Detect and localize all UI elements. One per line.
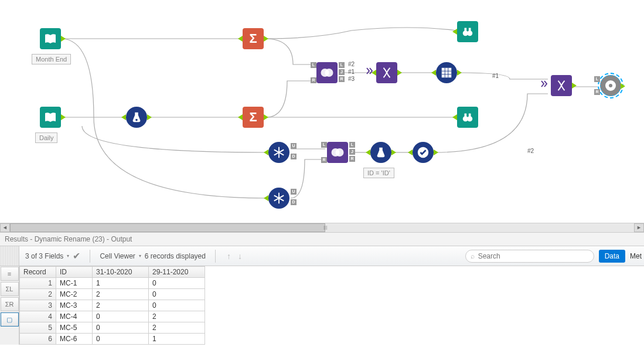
scroll-left-button[interactable]: ◄ xyxy=(0,223,10,232)
join-tool-2[interactable] xyxy=(327,142,348,163)
snowflake-icon xyxy=(272,192,285,205)
table-row[interactable]: 4MC-402 xyxy=(20,311,205,322)
table-row[interactable]: 2MC-220 xyxy=(20,289,205,300)
cell-viewer-dropdown[interactable]: ▾ xyxy=(139,253,141,259)
dynamic-rename-tool-2[interactable] xyxy=(551,75,572,96)
snowflake-icon xyxy=(272,146,285,159)
side-icon-output[interactable]: ▢ xyxy=(1,312,19,327)
join-icon xyxy=(329,144,346,161)
crosstab-tool[interactable] xyxy=(436,62,457,83)
table-row[interactable]: 6MC-601 xyxy=(20,334,205,345)
dna-icon xyxy=(555,79,568,92)
scroll-right-button[interactable]: ► xyxy=(634,223,644,232)
saw-blade-icon xyxy=(604,79,618,93)
browse-tool-2[interactable] xyxy=(457,107,478,128)
cell-record: 4 xyxy=(20,311,56,322)
results-toolbar: 3 of 3 Fields ▾ ✔ Cell Viewer ▾ 6 record… xyxy=(0,246,644,266)
summarize-tool-2[interactable]: Σ xyxy=(243,107,264,128)
unique-tool-2[interactable] xyxy=(268,188,289,209)
fields-count-label: 3 of 3 Fields xyxy=(25,252,63,260)
svg-rect-6 xyxy=(465,28,467,32)
cell-date1: 2 xyxy=(93,300,149,311)
fields-apply-check[interactable]: ✔ xyxy=(73,250,80,261)
connector-lines xyxy=(0,0,644,223)
svg-rect-10 xyxy=(465,114,467,117)
toolbar-divider xyxy=(90,250,90,263)
scroll-track[interactable]: ||| xyxy=(10,223,634,232)
join1-anchor-j-label: #1 xyxy=(348,69,355,75)
svg-point-16 xyxy=(609,84,612,87)
cell-record: 1 xyxy=(20,278,56,289)
svg-point-2 xyxy=(325,69,333,77)
input-label-month-end: Month End xyxy=(32,54,71,64)
metadata-tab-button[interactable]: Met xyxy=(628,250,644,263)
book-open-icon xyxy=(43,32,57,46)
text-input-month-end[interactable] xyxy=(40,28,61,49)
union-anchor-2-label: #2 xyxy=(527,148,534,154)
side-icon-list[interactable]: ≡ xyxy=(1,267,19,281)
toolbar-grip[interactable] xyxy=(0,246,19,266)
cell-id: MC-2 xyxy=(56,289,93,300)
unique-tool-1[interactable] xyxy=(268,142,289,163)
svg-point-5 xyxy=(467,30,472,36)
toolbar-divider xyxy=(215,250,216,263)
results-pane-title: Results - Dynamic Rename (23) - Output xyxy=(0,233,644,246)
join-tool-1[interactable] xyxy=(316,62,338,83)
next-result-button[interactable]: ↓ xyxy=(236,251,244,261)
cell-viewer-label: Cell Viewer xyxy=(100,252,135,260)
cell-record: 5 xyxy=(20,322,56,334)
table-row[interactable]: 3MC-320 xyxy=(20,300,205,311)
browse-tool-1[interactable] xyxy=(457,21,478,42)
cell-date2: 1 xyxy=(149,334,205,345)
select-tool[interactable] xyxy=(413,142,434,163)
dna-icon xyxy=(380,66,393,79)
scroll-thumb[interactable] xyxy=(10,223,325,232)
svg-point-9 xyxy=(467,116,472,121)
col-header-date1[interactable]: 31-10-2020 xyxy=(93,267,149,278)
formula-tool-2[interactable] xyxy=(370,142,391,163)
output-tool[interactable] xyxy=(600,75,621,96)
search-icon: ⌕ xyxy=(471,252,475,260)
prev-result-button[interactable]: ↑ xyxy=(225,251,233,261)
svg-rect-11 xyxy=(469,114,471,117)
col-header-date2[interactable]: 29-11-2020 xyxy=(149,267,205,278)
svg-point-0 xyxy=(135,119,138,121)
cell-date2: 0 xyxy=(149,289,205,300)
check-circle-icon xyxy=(417,146,430,159)
side-icon-sigma-l[interactable]: ΣL xyxy=(1,282,19,296)
table-header-row: Record ID 31-10-2020 29-11-2020 xyxy=(20,267,205,278)
chevrons-right-icon xyxy=(540,80,548,88)
table-row[interactable]: 1MC-110 xyxy=(20,278,205,289)
cell-date1: 1 xyxy=(93,278,149,289)
summarize-tool-1[interactable]: Σ xyxy=(243,28,264,49)
sigma-icon: Σ xyxy=(249,31,257,46)
search-input[interactable] xyxy=(478,252,589,260)
cell-date1: 0 xyxy=(93,311,149,322)
svg-point-13 xyxy=(336,148,344,157)
workflow-canvas[interactable]: Month End Daily Σ Σ L R L J R #2 #1 #3 xyxy=(0,0,644,223)
cell-date2: 2 xyxy=(149,322,205,334)
text-input-daily[interactable] xyxy=(40,107,61,128)
fields-dropdown[interactable]: ▾ xyxy=(67,253,69,259)
col-header-id[interactable]: ID xyxy=(56,267,93,278)
results-table[interactable]: Record ID 31-10-2020 29-11-2020 1MC-1102… xyxy=(19,266,205,345)
formula-tool-1[interactable] xyxy=(126,107,147,128)
scroll-grip-icon: ||| xyxy=(323,225,327,230)
canvas-horizontal-scrollbar[interactable]: ◄ ||| ► xyxy=(0,223,644,233)
table-row[interactable]: 5MC-502 xyxy=(20,322,205,334)
cell-date1: 0 xyxy=(93,334,149,345)
col-header-record[interactable]: Record xyxy=(20,267,56,278)
join-icon xyxy=(319,64,335,81)
svg-rect-3 xyxy=(442,68,452,78)
side-icon-sigma-r[interactable]: ΣR xyxy=(1,297,19,311)
dynamic-rename-tool-1[interactable] xyxy=(376,62,397,83)
cell-id: MC-1 xyxy=(56,278,93,289)
crosstab-icon xyxy=(440,66,453,79)
cell-id: MC-6 xyxy=(56,334,93,345)
beaker-icon xyxy=(130,111,143,124)
data-tab-button[interactable]: Data xyxy=(599,250,625,263)
beaker-icon xyxy=(374,146,387,159)
cell-record: 3 xyxy=(20,300,56,311)
search-box[interactable]: ⌕ xyxy=(465,250,594,263)
records-count-label: 6 records displayed xyxy=(145,252,206,260)
